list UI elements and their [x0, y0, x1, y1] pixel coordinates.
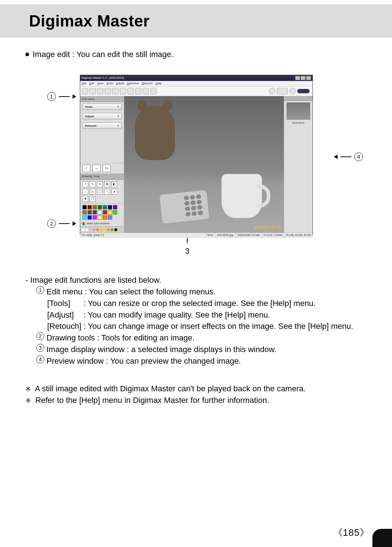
- history-dot[interactable]: [100, 228, 103, 231]
- history-dot[interactable]: [82, 228, 85, 231]
- color-swatch[interactable]: [87, 215, 92, 220]
- color-swatch[interactable]: [113, 210, 117, 215]
- item-1-adjust: [Adjust] : You can modify image quality.…: [25, 309, 367, 321]
- tool-copy-icon[interactable]: [127, 88, 134, 94]
- toolbar: [80, 86, 313, 96]
- accordion-adjust-label: Adjust: [85, 114, 94, 119]
- chevron-down-icon: ▾: [118, 124, 119, 127]
- item-4: 4 Preview window : You can preview the c…: [25, 355, 367, 367]
- close-button[interactable]: ×: [306, 76, 311, 80]
- item-4-text: Preview window : You can preview the cha…: [46, 355, 241, 367]
- color-swatch[interactable]: [103, 215, 107, 220]
- color-swatch[interactable]: [82, 210, 87, 215]
- more-colors-link[interactable]: More color choices: [80, 221, 124, 226]
- zoom-tool2-icon[interactable]: [289, 88, 296, 94]
- minimize-button[interactable]: _: [295, 76, 300, 80]
- tool-print-icon[interactable]: [112, 88, 119, 94]
- preview-thumbnail[interactable]: [286, 102, 310, 120]
- page-number: 185: [333, 526, 369, 539]
- history-row: [80, 226, 124, 233]
- intro-text: Image edit : You can edit the still imag…: [33, 49, 173, 60]
- color-swatch[interactable]: [82, 215, 87, 220]
- color-swatch[interactable]: [82, 205, 87, 209]
- history-dot[interactable]: [114, 228, 117, 231]
- color-swatch[interactable]: [93, 205, 97, 209]
- menu-edit[interactable]: Edit: [89, 81, 94, 86]
- menu-file[interactable]: File: [82, 81, 86, 86]
- color-swatch[interactable]: [108, 215, 112, 220]
- color-swatch[interactable]: [98, 210, 102, 215]
- eraser-tool-icon[interactable]: ◧: [111, 181, 117, 187]
- line-tool-icon[interactable]: ╲: [104, 189, 110, 195]
- accordion-adjust[interactable]: Adjust ▾: [82, 113, 122, 119]
- crop-portrait-icon[interactable]: ▯: [82, 165, 90, 172]
- picker-tool-icon[interactable]: ✚: [82, 196, 88, 202]
- footnote-1: ※ A still image edited with Digimax Mast…: [25, 383, 367, 395]
- history-dot[interactable]: [89, 228, 92, 231]
- maximize-button[interactable]: □: [301, 76, 306, 80]
- functions-intro-text: Image edit functions are listed below.: [30, 275, 161, 285]
- callout-3-num: 3: [185, 245, 189, 257]
- more-colors-label: More color choices: [87, 222, 110, 226]
- color-swatch[interactable]: [93, 215, 97, 220]
- menu-help[interactable]: Help: [156, 81, 162, 86]
- history-dot[interactable]: [93, 228, 95, 231]
- callout-2-num: 2: [47, 219, 56, 228]
- color-swatch[interactable]: [98, 205, 102, 209]
- color-swatch[interactable]: [108, 205, 112, 209]
- tool-new-icon[interactable]: [82, 88, 88, 94]
- history-dot[interactable]: [107, 228, 110, 231]
- color-swatch[interactable]: [113, 205, 117, 209]
- tool-undo-icon[interactable]: [135, 88, 142, 94]
- fill-tool-icon[interactable]: ▲: [111, 189, 117, 195]
- color-swatch[interactable]: [87, 210, 92, 215]
- tool-saveall-icon[interactable]: [105, 88, 111, 94]
- menu-selection[interactable]: Selection: [127, 81, 139, 86]
- workarea: Edit menu Tools ▾ Adjust ▾ Retouch ▾: [80, 96, 313, 233]
- accordion-tools[interactable]: Tools ▾: [82, 103, 122, 110]
- color-swatch[interactable]: [98, 215, 102, 220]
- stamp-tool-icon[interactable]: ❐: [90, 196, 95, 202]
- app-window: Digimax Master 1.0 - [SGIL0242] _ □ × Fi…: [80, 75, 313, 235]
- callout-1: 1: [47, 92, 76, 101]
- titlebar-text: Digimax Master 1.0 - [SGIL0242]: [82, 76, 124, 80]
- spray-tool-icon[interactable]: ✿: [104, 181, 110, 187]
- text-tool-icon[interactable]: T: [82, 181, 88, 187]
- history-dot[interactable]: [103, 228, 106, 231]
- drawing-tools-heading: Drawing Tools: [80, 174, 124, 180]
- color-swatch[interactable]: [103, 210, 107, 215]
- tool-save-icon[interactable]: [97, 88, 103, 94]
- item-2: 2 Drawing tools : Tools for editing an i…: [25, 332, 367, 344]
- color-swatch[interactable]: [108, 210, 112, 215]
- menu-retouch[interactable]: Retouch: [142, 81, 153, 86]
- ellipse-tool-icon[interactable]: ◯: [97, 189, 103, 195]
- history-dot[interactable]: [111, 228, 114, 231]
- history-dot[interactable]: [96, 228, 99, 231]
- arrow-head-right-icon: [73, 94, 76, 99]
- smudge-tool-icon[interactable]: ☄: [82, 189, 88, 195]
- tool-redo-icon[interactable]: [143, 88, 149, 94]
- menu-tools[interactable]: Tools: [106, 81, 113, 86]
- pencil-tool-icon[interactable]: ✏: [97, 181, 103, 187]
- page-number-value: 85: [348, 527, 360, 538]
- history-dot[interactable]: [85, 228, 88, 231]
- menu-adjust[interactable]: Adjust: [116, 81, 124, 86]
- menu-view[interactable]: View: [97, 81, 103, 86]
- brush-tool-icon[interactable]: ✎: [90, 181, 95, 187]
- color-swatch[interactable]: [93, 210, 97, 215]
- item-1: 1 Edit menu : You can select the followi…: [25, 286, 367, 298]
- tool-home-icon[interactable]: [150, 88, 157, 94]
- zoom-tool-icon[interactable]: [269, 88, 275, 94]
- crop-ratio-icon[interactable]: 3:4: [103, 165, 111, 172]
- slider-icon[interactable]: [277, 88, 288, 94]
- status-zoom: 51%: [205, 233, 213, 238]
- crop-landscape-icon[interactable]: ▭: [93, 165, 101, 172]
- tool-open-icon[interactable]: [89, 88, 96, 94]
- color-swatch[interactable]: [103, 205, 107, 209]
- image-display-window[interactable]: 2006/1/1 14:35: [124, 96, 284, 233]
- phone-shape: [159, 189, 210, 224]
- tool-cut-icon[interactable]: [120, 88, 126, 94]
- accordion-retouch[interactable]: Retouch ▾: [82, 122, 122, 129]
- color-swatch[interactable]: [87, 205, 92, 209]
- rect-tool-icon[interactable]: ▭: [90, 189, 95, 195]
